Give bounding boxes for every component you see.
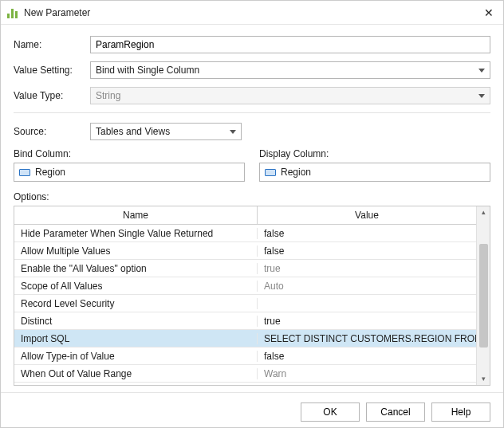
table-row[interactable]: Hide Parameter When Single Value Returne… xyxy=(14,225,476,242)
close-icon[interactable]: ✕ xyxy=(481,6,497,19)
td-value[interactable]: true xyxy=(258,263,476,274)
table-row[interactable]: Import SQLSELECT DISTINCT CUSTOMERS.REGI… xyxy=(14,330,476,348)
value-type-value: String xyxy=(96,90,120,101)
th-name: Name xyxy=(14,206,258,224)
td-name: Record Level Security xyxy=(14,298,258,309)
separator xyxy=(14,112,490,113)
window-title: New Parameter xyxy=(24,7,481,18)
options-table: Name Value Hide Parameter When Single Va… xyxy=(14,206,490,386)
cancel-button[interactable]: Cancel xyxy=(366,402,425,422)
table-row[interactable]: Get Value from API Onlyfalse xyxy=(14,383,476,385)
table-rows: Hide Parameter When Single Value Returne… xyxy=(14,225,476,385)
table-header: Name Value xyxy=(14,206,476,225)
column-icon xyxy=(19,169,30,176)
scroll-down-icon[interactable]: ▾ xyxy=(482,375,486,383)
scroll-up-icon[interactable]: ▴ xyxy=(482,209,486,216)
table-row[interactable]: Scope of All ValuesAuto xyxy=(14,277,476,295)
table-row[interactable]: When Out of Value RangeWarn xyxy=(14,365,476,383)
display-column-select[interactable]: Region xyxy=(259,163,490,182)
td-name: Import SQL xyxy=(14,333,258,344)
td-value[interactable]: false xyxy=(258,228,476,239)
bind-column-label: Bind Column: xyxy=(14,148,245,159)
titlebar: New Parameter ✕ xyxy=(1,1,503,25)
table-row[interactable]: Allow Type-in of Valuefalse xyxy=(14,348,476,365)
value-type-label: Value Type: xyxy=(14,90,90,101)
table-row[interactable]: Record Level Security xyxy=(14,295,476,312)
dialog-content: Name: Value Setting: Bind with Single Co… xyxy=(1,25,503,392)
td-name: Scope of All Values xyxy=(14,281,258,292)
bind-column-select[interactable]: Region xyxy=(14,163,245,182)
td-value[interactable]: Warn xyxy=(258,368,476,379)
td-name: Enable the "All Values" option xyxy=(14,263,258,274)
bind-column-value: Region xyxy=(35,167,239,178)
chevron-down-icon xyxy=(230,130,236,134)
column-icon xyxy=(265,169,276,176)
table-row[interactable]: Allow Multiple Valuesfalse xyxy=(14,242,476,260)
td-name: Allow Type-in of Value xyxy=(14,351,258,362)
options-label: Options: xyxy=(14,191,490,202)
value-setting-select[interactable]: Bind with Single Column xyxy=(90,61,490,79)
scrollbar[interactable]: ▴ ▾ xyxy=(476,206,490,385)
td-value[interactable]: Auto xyxy=(258,281,476,292)
td-value[interactable]: true xyxy=(258,316,476,327)
td-name: When Out of Value Range xyxy=(14,368,258,379)
value-setting-value: Bind with Single Column xyxy=(96,65,199,76)
td-value[interactable]: false xyxy=(258,351,476,362)
display-column-label: Display Column: xyxy=(259,148,490,159)
table-row[interactable]: Enable the "All Values" optiontrue xyxy=(14,260,476,277)
value-type-select: String xyxy=(90,87,490,104)
name-input[interactable] xyxy=(90,36,490,53)
chevron-down-icon xyxy=(478,69,485,73)
table-row[interactable]: Distincttrue xyxy=(14,312,476,330)
ok-button[interactable]: OK xyxy=(301,402,360,422)
td-name: Allow Multiple Values xyxy=(14,245,258,257)
help-button[interactable]: Help xyxy=(431,402,490,422)
app-icon xyxy=(7,7,18,18)
value-setting-label: Value Setting: xyxy=(14,65,90,76)
chevron-down-icon xyxy=(478,94,485,98)
td-name: Distinct xyxy=(14,316,258,327)
source-value: Tables and Views xyxy=(96,126,170,137)
name-label: Name: xyxy=(14,39,90,50)
source-label: Source: xyxy=(14,126,90,137)
td-name: Hide Parameter When Single Value Returne… xyxy=(14,228,258,239)
td-value[interactable]: false xyxy=(258,245,476,257)
display-column-value: Region xyxy=(281,167,485,178)
td-value[interactable]: SELECT DISTINCT CUSTOMERS.REGION FROM CU… xyxy=(258,333,476,344)
th-value: Value xyxy=(258,206,476,224)
source-select[interactable]: Tables and Views xyxy=(90,123,242,140)
dialog-footer: OK Cancel Help xyxy=(1,392,503,428)
scroll-thumb[interactable] xyxy=(479,244,488,348)
